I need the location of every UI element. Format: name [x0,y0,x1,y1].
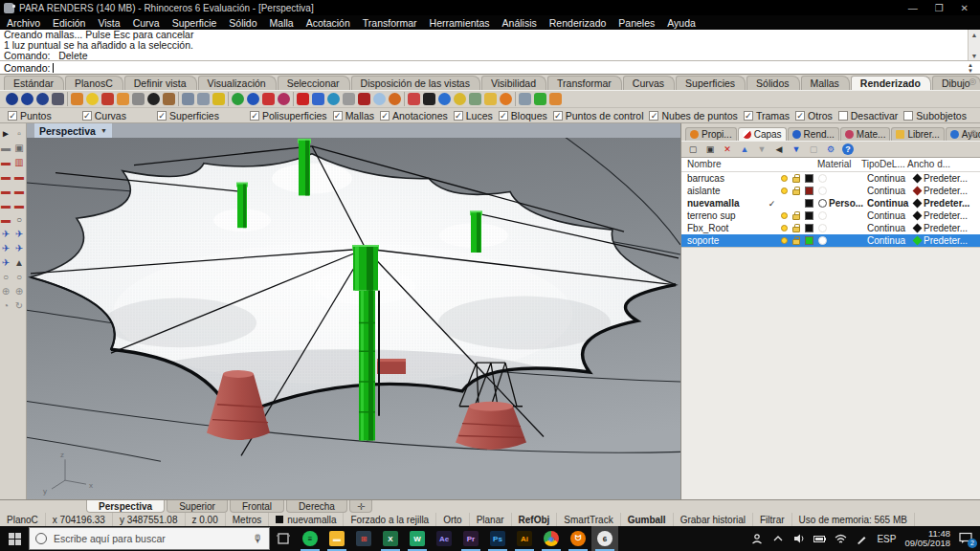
layer-color-swatch[interactable] [805,174,813,183]
checkbox-icon[interactable] [82,111,92,121]
chevron-up-icon[interactable] [771,533,784,545]
taskbar-app-button[interactable]: Pr [457,526,484,551]
minimize-button[interactable]: — [908,3,918,13]
toolbar-icon[interactable] [178,92,179,106]
layer-toolbar-icon[interactable]: ◀ [773,143,785,155]
layer-print-width[interactable]: Predeter... [924,210,980,221]
material-preview-icon[interactable] [818,224,827,232]
sidebar-tool-icon[interactable]: ⊕ [0,286,11,298]
menu-item[interactable]: Herramientas [430,17,490,29]
viewport-tab[interactable]: Superior [167,500,228,513]
viewport-tab[interactable]: Derecha [286,500,347,513]
action-center-button[interactable]: 2 [959,532,972,545]
toolbar-icon[interactable] [343,93,355,105]
layer-print-width[interactable]: Predeter... [924,198,980,209]
command-scrollbar[interactable]: ▲▼ [968,30,980,61]
toolbar-icon[interactable] [423,93,435,105]
status-segment[interactable]: Uso de memoria: 565 MB [792,513,915,526]
scroll-up-icon[interactable]: ▲ [971,30,978,40]
checkbox-icon[interactable] [795,111,805,121]
layer-linetype[interactable]: Continua [867,235,911,246]
taskbar-app-button[interactable]: X [377,526,404,551]
checkbox-icon[interactable] [454,111,463,121]
filter-checkbox[interactable]: Mallas [333,110,374,121]
sidebar-tool-icon[interactable]: ▬ [0,186,11,197]
ribbon-tab[interactable]: Transformar [547,76,622,90]
toolbar-icon[interactable] [327,93,340,105]
sidebar-tool-icon[interactable]: ◔ [0,300,11,312]
toolbar-icon[interactable] [515,92,516,106]
status-segment[interactable]: PlanoC [0,513,46,526]
taskbar-clock[interactable]: 11:48 09/05/2018 [904,529,950,548]
taskbar-app-button[interactable]: ⊞ [350,526,377,551]
visibility-bulb-icon[interactable] [781,225,788,231]
column-header-linetype[interactable]: TipoDeL... [861,159,905,169]
filter-checkbox[interactable]: Curvas [82,110,126,121]
sidebar-tool-icon[interactable]: ▬ [13,171,25,183]
sidebar-tool-icon[interactable]: ⊕ [13,286,25,298]
ribbon-tab[interactable]: Estándar [4,76,64,90]
filter-checkbox[interactable]: Desactivar [838,110,899,121]
checkbox-icon[interactable] [157,111,167,121]
layer-linetype[interactable]: Continua [867,173,911,184]
material-preview-icon[interactable] [818,236,827,245]
filter-checkbox[interactable]: Otros [795,110,833,121]
status-segment[interactable]: Gumball [621,513,674,526]
taskbar-search-input[interactable]: Escribe aquí para buscar 🎙︎ [29,527,270,550]
visibility-bulb-icon[interactable] [781,212,788,219]
layer-color-swatch[interactable] [805,236,813,245]
toolbar-icon[interactable] [549,93,562,105]
layer-toolbar-icon[interactable]: ▣ [704,143,716,155]
status-segment[interactable]: x 704196.33 [46,513,113,526]
start-button[interactable] [0,526,29,551]
layer-toolbar-icon[interactable]: ▢ [808,143,819,155]
sidebar-tool-icon[interactable]: ▬ [0,157,11,168]
viewport-tab[interactable]: Frontal [230,500,284,513]
ribbon-tab[interactable]: Visibilidad [481,76,546,90]
layer-row[interactable]: aislante Continua Predeter... [681,185,980,197]
toolbar-icon[interactable] [373,93,386,105]
menu-item[interactable]: Vista [98,17,120,29]
toolbar-icon[interactable] [132,93,145,105]
ribbon-tab[interactable]: Disposición de las vistas [351,76,480,90]
ribbon-tab[interactable]: Definir vista [124,76,197,90]
menu-item[interactable]: Curva [133,17,160,29]
restore-button[interactable]: ❐ [935,3,944,13]
taskbar-app-button[interactable]: 6 [591,526,618,551]
panel-tab[interactable]: Rend... [788,127,839,141]
sidebar-tool-icon[interactable]: ▲ [13,257,25,269]
layer-row[interactable]: barrucas Continua Predeter... [681,172,980,185]
visibility-bulb-icon[interactable] [781,237,788,244]
viewport-title-menu[interactable]: Perspectiva ▼ [34,123,112,138]
material-preview-icon[interactable] [818,211,827,220]
toolbar-icon[interactable] [21,93,33,105]
visibility-bulb-icon[interactable] [781,187,788,194]
ribbon-tab[interactable]: Seleccionar [278,76,350,90]
menu-item[interactable]: Acotación [306,17,350,29]
ribbon-tab[interactable]: Curvas [623,76,675,90]
filter-checkbox[interactable]: Luces [454,110,493,121]
sidebar-tool-icon[interactable]: ✈ [0,243,11,254]
menu-item[interactable]: Renderizado [549,17,607,29]
checkbox-icon[interactable] [250,111,259,121]
language-indicator[interactable]: ESP [877,534,896,544]
pen-icon[interactable] [856,533,868,545]
status-segment[interactable]: Grabar historial [674,513,753,526]
close-button[interactable]: ✕ [961,3,969,13]
menu-item[interactable]: Paneles [618,17,655,29]
sidebar-tool-icon[interactable]: ▬ [13,200,25,211]
taskbar-app-button[interactable]: Ps [484,526,511,551]
toolbar-icon[interactable] [358,93,370,105]
ribbon-tab[interactable]: PlanosC [65,76,123,90]
filter-checkbox[interactable]: Puntos [8,110,52,121]
layer-linetype[interactable]: Continua [867,210,911,221]
ribbon-options-icon[interactable]: ◎ [969,77,976,86]
status-segment[interactable]: y 3487551.08 [113,513,186,526]
toolbar-icon[interactable] [117,93,129,105]
menu-item[interactable]: Archivo [7,17,40,29]
sidebar-tool-icon[interactable]: ▬ [0,171,11,183]
viewport-tab[interactable]: ✛ [349,500,372,513]
sidebar-tool-icon[interactable]: ▫ [13,128,25,140]
toolbar-icon[interactable] [297,93,309,105]
sidebar-tool-icon[interactable]: ○ [0,272,11,283]
